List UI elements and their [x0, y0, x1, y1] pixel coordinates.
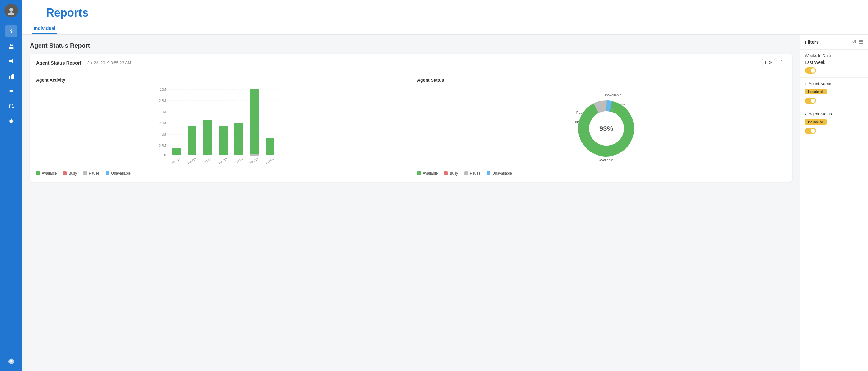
share-nav-icon[interactable] — [5, 85, 18, 97]
svg-text:2.5M: 2.5M — [159, 144, 166, 147]
svg-point-6 — [11, 48, 14, 49]
filters-reset-icon[interactable]: ↺ — [852, 39, 856, 45]
legend-busy: Busy — [63, 171, 77, 175]
busy-color — [63, 171, 67, 175]
unavailable-color — [105, 171, 109, 175]
filters-header: Filters ↺ ☰ — [800, 35, 868, 50]
svg-text:7.5M: 7.5M — [159, 122, 166, 125]
svg-text:0: 0 — [164, 153, 166, 157]
report-card-actions: PDF ⋮ — [762, 59, 786, 67]
tab-individual[interactable]: Individual — [32, 23, 57, 34]
settings-nav-icon[interactable] — [5, 355, 18, 367]
svg-rect-15 — [12, 107, 14, 108]
svg-text:7/17/19: 7/17/19 — [218, 158, 227, 165]
svg-marker-2 — [9, 29, 13, 34]
page-title: Reports — [46, 6, 88, 19]
pause-color — [83, 171, 87, 175]
svg-text:7/20/19: 7/20/19 — [265, 158, 274, 165]
donut-unavailable-label: Unavailable — [492, 171, 512, 175]
svg-text:5M: 5M — [162, 133, 166, 136]
svg-rect-37 — [250, 154, 259, 155]
donut-chart-svg: Unavailable Pause Busy — [417, 86, 786, 167]
filters-actions: ↺ ☰ — [852, 39, 863, 45]
svg-text:Available: Available — [599, 158, 613, 162]
filter-group-weeks: Weeks in Date Last Week — [800, 50, 868, 78]
donut-chart-legend: Available Busy Pause — [417, 167, 786, 175]
svg-rect-35 — [235, 123, 243, 155]
filter-weeks-title: Weeks in Date — [805, 53, 863, 58]
bar-chart-title: Agent Activity — [36, 78, 405, 83]
legend-available-label: Available — [42, 171, 57, 175]
report-area: Agent Status Report Agent Status Report … — [23, 35, 800, 371]
more-options-button[interactable]: ⋮ — [778, 59, 786, 67]
back-button[interactable]: ← — [32, 8, 41, 18]
headset-nav-icon[interactable] — [5, 100, 18, 112]
filter-agent-name-header[interactable]: › Agent Name — [805, 81, 863, 86]
filter-weeks-toggle[interactable] — [805, 67, 816, 74]
legend-pause-label: Pause — [89, 171, 99, 175]
svg-text:7/14/19: 7/14/19 — [171, 158, 181, 165]
svg-text:7%: 7% — [620, 103, 625, 107]
report-card-header: Agent Status Report Jul 23, 2019 8:55:23… — [30, 54, 792, 72]
available-color — [36, 171, 40, 175]
page-header: ← Reports Individual — [23, 0, 868, 35]
svg-rect-33 — [203, 120, 212, 155]
page-tabs: Individual — [32, 23, 858, 34]
avatar[interactable] — [4, 4, 18, 18]
filter-agent-status-toggle[interactable] — [805, 128, 816, 134]
chart-nav-icon[interactable] — [5, 70, 18, 82]
svg-text:12.5M: 12.5M — [157, 99, 166, 103]
svg-text:10M: 10M — [160, 110, 166, 114]
pdf-button[interactable]: PDF — [762, 59, 775, 66]
svg-rect-31 — [172, 148, 181, 155]
svg-rect-34 — [219, 126, 227, 155]
report-card-date: Jul 23, 2019 8:55:23 AM — [88, 60, 131, 65]
svg-rect-14 — [9, 107, 10, 108]
users-nav-icon[interactable] — [5, 40, 18, 52]
filter-agent-name-toggle[interactable] — [805, 97, 816, 104]
svg-point-3 — [10, 44, 11, 46]
bar-chart-section: Agent Activity — [36, 78, 405, 175]
legend-available: Available — [36, 171, 57, 175]
donut-pause-label: Pause — [470, 171, 480, 175]
svg-rect-36 — [250, 89, 259, 154]
svg-text:7/16/19: 7/16/19 — [203, 158, 212, 165]
report-card-title: Agent Status Report — [36, 60, 81, 65]
report-card-title-area: Agent Status Report Jul 23, 2019 8:55:23… — [36, 60, 131, 65]
svg-point-1 — [8, 12, 14, 15]
pin-nav-icon[interactable] — [5, 115, 18, 127]
filter-weeks-value: Last Week — [805, 60, 863, 65]
donut-busy-label: Busy — [450, 171, 458, 175]
donut-available-label: Available — [423, 171, 438, 175]
svg-point-5 — [12, 45, 13, 46]
content-area: Agent Status Report Agent Status Report … — [23, 35, 868, 371]
donut-chart-container: Unavailable Pause Busy — [417, 86, 786, 167]
svg-rect-11 — [9, 76, 10, 79]
filter-agent-status-chevron: › — [805, 112, 806, 116]
donut-available-color — [417, 171, 421, 175]
donut-legend-available: Available — [417, 171, 438, 175]
filters-menu-icon[interactable]: ☰ — [859, 39, 863, 45]
bar-chart-legend: Available Busy Pause — [36, 167, 405, 175]
svg-text:7/19/19: 7/19/19 — [249, 158, 259, 165]
filter-agent-status-header[interactable]: › Agent Status — [805, 112, 863, 116]
svg-text:93%: 93% — [599, 125, 613, 133]
filters-sidebar: Filters ↺ ☰ Weeks in Date Last Week › Ag… — [800, 35, 868, 371]
svg-text:7/18/19: 7/18/19 — [234, 158, 243, 165]
bar-chart-svg: 15M 12.5M 10M 7.5M 5M 2.5M 0 — [36, 86, 405, 167]
filters-title: Filters — [805, 39, 819, 45]
hash-nav-icon[interactable] — [5, 55, 18, 67]
svg-rect-13 — [12, 74, 14, 79]
svg-text:Unavailable: Unavailable — [603, 93, 621, 97]
donut-unavailable-color — [487, 171, 490, 175]
legend-busy-label: Busy — [68, 171, 77, 175]
legend-pause: Pause — [83, 171, 99, 175]
svg-rect-38 — [266, 138, 274, 155]
svg-rect-32 — [188, 126, 196, 155]
filter-agent-status-badge: Include all — [805, 119, 827, 125]
donut-chart-section: Agent Status Unavailable Pause Busy — [417, 78, 786, 175]
svg-rect-12 — [10, 75, 12, 79]
charts-row: Agent Activity — [30, 72, 792, 182]
lightning-nav-icon[interactable] — [5, 25, 18, 37]
filter-agent-name-chevron: › — [805, 81, 806, 86]
